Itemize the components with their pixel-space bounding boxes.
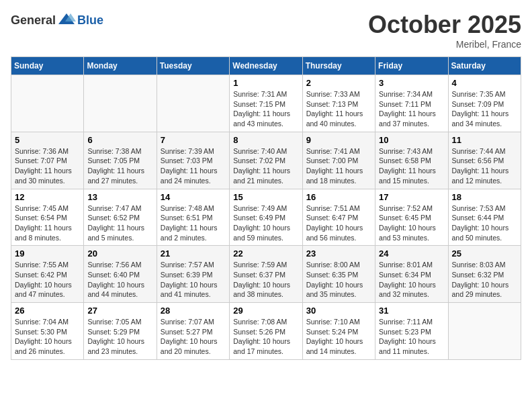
- day-number: 6: [87, 135, 152, 145]
- day-number: 18: [452, 192, 517, 202]
- calendar-cell: 16Sunrise: 7:51 AM Sunset: 6:47 PM Dayli…: [302, 189, 375, 246]
- day-number: 24: [379, 248, 444, 259]
- weekday-header-cell: Sunday: [11, 57, 84, 75]
- calendar-cell: 30Sunrise: 7:10 AM Sunset: 5:24 PM Dayli…: [302, 303, 375, 360]
- day-info: Sunrise: 7:35 AM Sunset: 7:09 PM Dayligh…: [452, 89, 517, 129]
- day-number: 4: [452, 78, 517, 88]
- calendar-cell: 31Sunrise: 7:11 AM Sunset: 5:23 PM Dayli…: [375, 303, 448, 360]
- calendar-cell: 18Sunrise: 7:53 AM Sunset: 6:44 PM Dayli…: [448, 189, 521, 246]
- calendar-cell: 15Sunrise: 7:49 AM Sunset: 6:49 PM Dayli…: [230, 189, 302, 246]
- day-number: 28: [161, 306, 226, 316]
- calendar-cell: [448, 303, 521, 360]
- day-info: Sunrise: 7:36 AM Sunset: 7:07 PM Dayligh…: [15, 146, 80, 186]
- page-header: General Blue October 2025 Meribel, Franc…: [11, 11, 521, 50]
- calendar-cell: 20Sunrise: 7:56 AM Sunset: 6:40 PM Dayli…: [84, 246, 157, 303]
- day-info: Sunrise: 7:40 AM Sunset: 7:02 PM Dayligh…: [233, 146, 298, 186]
- calendar-week-row: 19Sunrise: 7:55 AM Sunset: 6:42 PM Dayli…: [11, 246, 521, 303]
- calendar-body: 1Sunrise: 7:31 AM Sunset: 7:15 PM Daylig…: [11, 75, 521, 360]
- calendar-week-row: 12Sunrise: 7:45 AM Sunset: 6:54 PM Dayli…: [11, 189, 521, 246]
- day-number: 14: [161, 192, 226, 202]
- day-info: Sunrise: 7:43 AM Sunset: 6:58 PM Dayligh…: [379, 146, 444, 186]
- day-number: 31: [379, 306, 444, 316]
- weekday-header-cell: Friday: [375, 57, 448, 75]
- day-info: Sunrise: 7:48 AM Sunset: 6:51 PM Dayligh…: [161, 203, 226, 243]
- day-info: Sunrise: 8:00 AM Sunset: 6:35 PM Dayligh…: [306, 260, 371, 300]
- weekday-header-cell: Thursday: [302, 57, 375, 75]
- weekday-header-row: SundayMondayTuesdayWednesdayThursdayFrid…: [11, 57, 521, 75]
- day-number: 10: [379, 135, 444, 145]
- calendar-cell: 26Sunrise: 7:04 AM Sunset: 5:30 PM Dayli…: [11, 303, 84, 360]
- day-info: Sunrise: 7:57 AM Sunset: 6:39 PM Dayligh…: [161, 260, 226, 300]
- day-info: Sunrise: 7:31 AM Sunset: 7:15 PM Dayligh…: [233, 89, 298, 129]
- calendar-cell: 6Sunrise: 7:38 AM Sunset: 7:05 PM Daylig…: [84, 132, 157, 189]
- calendar-cell: 7Sunrise: 7:39 AM Sunset: 7:03 PM Daylig…: [157, 132, 229, 189]
- day-number: 16: [306, 192, 371, 202]
- calendar-cell: 23Sunrise: 8:00 AM Sunset: 6:35 PM Dayli…: [302, 246, 375, 303]
- weekday-header-cell: Monday: [84, 57, 157, 75]
- day-number: 15: [233, 192, 298, 202]
- day-info: Sunrise: 7:52 AM Sunset: 6:45 PM Dayligh…: [379, 203, 444, 243]
- logo-blue: Blue: [77, 13, 103, 28]
- calendar-cell: 4Sunrise: 7:35 AM Sunset: 7:09 PM Daylig…: [448, 75, 521, 132]
- day-number: 9: [306, 135, 371, 145]
- calendar-cell: 8Sunrise: 7:40 AM Sunset: 7:02 PM Daylig…: [230, 132, 302, 189]
- day-info: Sunrise: 7:53 AM Sunset: 6:44 PM Dayligh…: [452, 203, 517, 243]
- calendar-cell: 22Sunrise: 7:59 AM Sunset: 6:37 PM Dayli…: [230, 246, 302, 303]
- calendar-cell: 27Sunrise: 7:05 AM Sunset: 5:29 PM Dayli…: [84, 303, 157, 360]
- day-info: Sunrise: 8:03 AM Sunset: 6:32 PM Dayligh…: [452, 260, 517, 300]
- day-info: Sunrise: 7:34 AM Sunset: 7:11 PM Dayligh…: [379, 89, 444, 129]
- day-info: Sunrise: 7:56 AM Sunset: 6:40 PM Dayligh…: [87, 260, 152, 300]
- day-info: Sunrise: 7:44 AM Sunset: 6:56 PM Dayligh…: [452, 146, 517, 186]
- day-info: Sunrise: 7:59 AM Sunset: 6:37 PM Dayligh…: [233, 260, 298, 300]
- day-number: 7: [161, 135, 226, 145]
- day-number: 8: [233, 135, 298, 145]
- day-number: 13: [87, 192, 152, 202]
- day-number: 3: [379, 78, 444, 88]
- calendar-cell: 14Sunrise: 7:48 AM Sunset: 6:51 PM Dayli…: [157, 189, 229, 246]
- day-number: 1: [233, 78, 298, 88]
- calendar-cell: 9Sunrise: 7:41 AM Sunset: 7:00 PM Daylig…: [302, 132, 375, 189]
- logo-general: General: [11, 13, 56, 28]
- day-number: 26: [15, 306, 80, 316]
- calendar-week-row: 5Sunrise: 7:36 AM Sunset: 7:07 PM Daylig…: [11, 132, 521, 189]
- location-subtitle: Meribel, France: [368, 39, 521, 50]
- calendar-cell: [11, 75, 84, 132]
- calendar-cell: 2Sunrise: 7:33 AM Sunset: 7:13 PM Daylig…: [302, 75, 375, 132]
- logo: General Blue: [11, 11, 103, 30]
- logo-icon: [57, 11, 76, 30]
- title-block: October 2025 Meribel, France: [368, 11, 521, 50]
- weekday-header-cell: Wednesday: [230, 57, 302, 75]
- day-info: Sunrise: 7:38 AM Sunset: 7:05 PM Dayligh…: [87, 146, 152, 186]
- calendar-cell: 21Sunrise: 7:57 AM Sunset: 6:39 PM Dayli…: [157, 246, 229, 303]
- calendar-cell: 11Sunrise: 7:44 AM Sunset: 6:56 PM Dayli…: [448, 132, 521, 189]
- calendar-cell: 29Sunrise: 7:08 AM Sunset: 5:26 PM Dayli…: [230, 303, 302, 360]
- day-number: 5: [15, 135, 80, 145]
- calendar-cell: 3Sunrise: 7:34 AM Sunset: 7:11 PM Daylig…: [375, 75, 448, 132]
- day-info: Sunrise: 7:04 AM Sunset: 5:30 PM Dayligh…: [15, 317, 80, 357]
- day-info: Sunrise: 7:49 AM Sunset: 6:49 PM Dayligh…: [233, 203, 298, 243]
- day-info: Sunrise: 8:01 AM Sunset: 6:34 PM Dayligh…: [379, 260, 444, 300]
- calendar-table: SundayMondayTuesdayWednesdayThursdayFrid…: [11, 56, 521, 360]
- day-number: 25: [452, 248, 517, 259]
- day-info: Sunrise: 7:45 AM Sunset: 6:54 PM Dayligh…: [15, 203, 80, 243]
- day-info: Sunrise: 7:10 AM Sunset: 5:24 PM Dayligh…: [306, 317, 371, 357]
- day-number: 27: [87, 306, 152, 316]
- day-info: Sunrise: 7:41 AM Sunset: 7:00 PM Dayligh…: [306, 146, 371, 186]
- calendar-cell: 17Sunrise: 7:52 AM Sunset: 6:45 PM Dayli…: [375, 189, 448, 246]
- day-info: Sunrise: 7:47 AM Sunset: 6:52 PM Dayligh…: [87, 203, 152, 243]
- day-number: 29: [233, 306, 298, 316]
- calendar-cell: 10Sunrise: 7:43 AM Sunset: 6:58 PM Dayli…: [375, 132, 448, 189]
- weekday-header-cell: Saturday: [448, 57, 521, 75]
- calendar-cell: [84, 75, 157, 132]
- day-info: Sunrise: 7:05 AM Sunset: 5:29 PM Dayligh…: [87, 317, 152, 357]
- day-number: 12: [15, 192, 80, 202]
- calendar-cell: [157, 75, 229, 132]
- day-number: 20: [87, 248, 152, 259]
- day-info: Sunrise: 7:33 AM Sunset: 7:13 PM Dayligh…: [306, 89, 371, 129]
- calendar-cell: 19Sunrise: 7:55 AM Sunset: 6:42 PM Dayli…: [11, 246, 84, 303]
- calendar-week-row: 1Sunrise: 7:31 AM Sunset: 7:15 PM Daylig…: [11, 75, 521, 132]
- calendar-cell: 24Sunrise: 8:01 AM Sunset: 6:34 PM Dayli…: [375, 246, 448, 303]
- day-info: Sunrise: 7:55 AM Sunset: 6:42 PM Dayligh…: [15, 260, 80, 300]
- day-number: 21: [161, 248, 226, 259]
- day-info: Sunrise: 7:51 AM Sunset: 6:47 PM Dayligh…: [306, 203, 371, 243]
